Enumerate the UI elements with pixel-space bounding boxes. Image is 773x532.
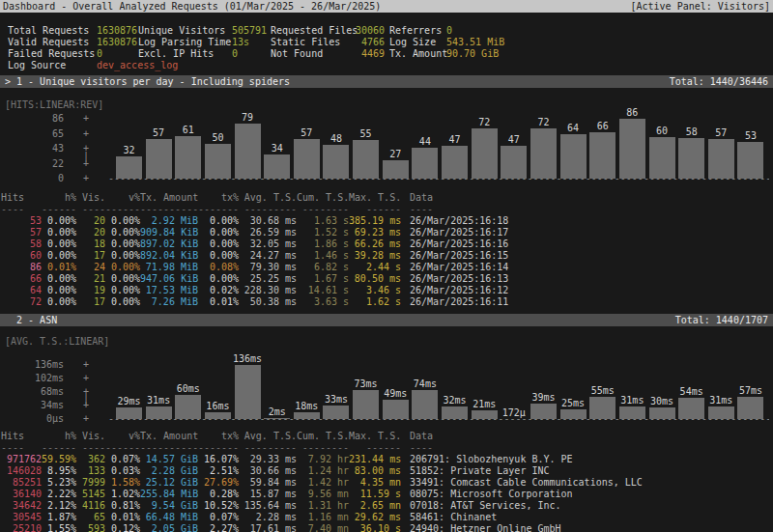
table-row[interactable]: 852515.23%79991.58%25.12 GiB27.69%59.84 …	[1, 477, 773, 489]
half-tick: |	[0, 151, 93, 162]
y-axis-tick: 65+	[0, 128, 93, 140]
tick-label: 65	[52, 128, 64, 140]
bar-value-label: 58	[686, 126, 698, 138]
goaccess-terminal: Dashboard - Overall Analyzed Requests (0…	[0, 0, 773, 532]
table-row[interactable]: 1460288.95%1330.03%2.28 GiB2.51%30.66 ms…	[1, 465, 773, 477]
bar-value-label: 25ms	[561, 398, 585, 409]
column-header-tx-amount: Tx. Amount	[140, 431, 198, 442]
cell-max-ts: 29.62 ms	[349, 512, 401, 523]
table-row[interactable]: 660.00%210.00%947.06 KiB0.00%25.25 ms1.6…	[1, 273, 773, 285]
table-row[interactable]: 346422.12%41160.81%9.54 GiB10.52%135.64 …	[1, 500, 773, 512]
bar-value-label: 64	[567, 123, 579, 134]
cell-max-ts: 3.46 s	[349, 285, 401, 296]
cell-tx-percent: 0.07%	[198, 512, 239, 523]
bar-value-label: 49ms	[384, 388, 407, 400]
summary-label: Valid Requests	[8, 37, 89, 48]
bar-value-label: 34	[272, 143, 283, 154]
panel-header-asn[interactable]: 2 - ASN Total: 1440/1707	[0, 314, 773, 326]
table-row[interactable]: 97176259.59%3620.07%14.57 GiB16.07%29.33…	[1, 454, 773, 465]
bar-value-label: 55	[360, 128, 372, 140]
cell-vis: 17	[76, 296, 105, 308]
summary-value: 0	[446, 25, 452, 37]
separator: ---------	[239, 204, 297, 215]
table-row[interactable]: 252101.55%5930.12%2.05 GiB2.27%17.61 ms7…	[1, 523, 773, 532]
cell-hits: 25210	[1, 523, 42, 532]
cell-h-percent: 5.23%	[42, 477, 76, 489]
summary-label: Not Found	[271, 48, 323, 60]
cell-data: 26/Mar/2025:16:16	[410, 238, 773, 250]
bar-value-label: 57	[153, 127, 164, 139]
cell-h-percent: 0.00%	[42, 215, 76, 227]
column-header-h-percent: h%	[42, 192, 76, 204]
bar-value-label: 136ms	[233, 353, 262, 365]
cell-data: 26/Mar/2025:16:11	[410, 296, 773, 308]
column-header-hits: Hits	[1, 431, 42, 442]
cell-v-percent: 0.00%	[105, 227, 140, 238]
cell-hits: 64	[1, 285, 42, 296]
cell-hits: 58	[1, 238, 42, 250]
y-axis-tick: 86+	[0, 113, 93, 125]
cell-v-percent: 0.00%	[105, 238, 140, 250]
table-row[interactable]: 600.00%170.00%892.04 KiB0.00%24.27 ms1.4…	[1, 250, 773, 262]
cell-data: 07018: AT&T Services, Inc.	[410, 500, 773, 512]
separator: -------	[198, 204, 239, 215]
bar-value-label: 39ms	[531, 392, 555, 404]
column-header-tx-percent: tx%	[198, 192, 239, 204]
bar-value-label: 86	[626, 107, 638, 119]
table-row[interactable]: 860.01%240.00%71.98 MiB0.08%79.30 ms6.82…	[1, 262, 773, 273]
table-row[interactable]: 570.00%200.00%909.84 KiB0.00%26.59 ms1.5…	[1, 227, 773, 238]
tick-mark: +	[83, 413, 89, 425]
separator: ----	[410, 442, 773, 454]
summary-value: 4766	[325, 37, 385, 48]
chart-bar	[353, 140, 379, 179]
separator: ----	[1, 442, 42, 454]
separator: -------	[198, 442, 239, 454]
cell-max-ts: 69.23 ms	[349, 227, 401, 238]
cell-tx-percent: 0.02%	[198, 285, 239, 296]
cell-hits: 971762	[1, 454, 42, 465]
bar-value-label: 31ms	[709, 395, 732, 406]
cell-avg-ts: 30.68 ms	[239, 215, 297, 227]
summary-value: 13s	[232, 37, 249, 48]
bar-value-label: 30ms	[650, 396, 673, 407]
summary-value: 0	[232, 48, 238, 60]
cell-tx-percent: 2.27%	[198, 523, 239, 532]
cell-max-ts: 39.28 ms	[349, 250, 401, 262]
bar-value-label: 2ms	[269, 406, 286, 418]
cell-tx-percent: 0.00%	[198, 250, 239, 262]
separator: ------	[349, 204, 401, 215]
cell-data: 26/Mar/2025:16:12	[410, 285, 773, 296]
table-row[interactable]: 305451.87%650.01%66.48 MiB0.07%2.28 ms1.…	[1, 512, 773, 523]
half-tick: |	[0, 393, 93, 405]
table-row[interactable]: 361402.22%51451.02%255.84 MiB0.28%15.87 …	[1, 489, 773, 500]
table-row[interactable]: 580.00%180.00%897.02 KiB0.00%32.05 ms1.8…	[1, 238, 773, 250]
cell-h-percent: 8.95%	[42, 465, 76, 477]
bar-value-label: 74ms	[414, 378, 437, 390]
cell-max-ts: 80.50 ms	[349, 273, 401, 285]
bar-value-label: 21ms	[472, 399, 496, 410]
cell-h-percent: 0.00%	[42, 285, 76, 296]
cell-avg-ts: 135.64 ms	[239, 500, 297, 512]
cell-v-percent: 0.12%	[105, 523, 140, 532]
active-panel-indicator: [Active Panel: Visitors]	[631, 0, 771, 13]
panel-header-unique-visitors[interactable]: > 1 - Unique visitors per day - Includin…	[0, 75, 773, 88]
chart-bar	[708, 406, 734, 419]
cell-data: 24940: Hetzner Online GmbH	[410, 523, 773, 532]
y-axis-tick: 136ms+	[0, 359, 93, 371]
cell-h-percent: 1.87%	[42, 512, 76, 523]
cell-cum-ts: 1.86 s	[297, 238, 349, 250]
table-row[interactable]: 530.00%200.00%2.92 MiB0.00%30.68 ms1.63 …	[1, 215, 773, 227]
cell-cum-ts: 1.46 s	[297, 250, 349, 262]
column-header-hits: Hits	[1, 192, 42, 204]
separator: ----------	[140, 204, 198, 215]
table-row[interactable]: 720.00%170.00%7.26 MiB0.01%50.38 ms3.63 …	[1, 296, 773, 308]
table-row[interactable]: 640.00%190.00%17.53 MiB0.02%228.30 ms14.…	[1, 285, 773, 296]
cell-tx-amount: 66.48 MiB	[140, 512, 198, 523]
cell-tx-percent: 0.08%	[198, 262, 239, 273]
cell-tx-amount: 9.54 GiB	[140, 500, 198, 512]
bar-value-label: 172μ	[502, 407, 526, 419]
cell-vis: 18	[76, 238, 105, 250]
column-header-v-percent: v%	[105, 431, 140, 442]
separator: ---------	[239, 442, 297, 454]
cell-h-percent: 2.12%	[42, 500, 76, 512]
